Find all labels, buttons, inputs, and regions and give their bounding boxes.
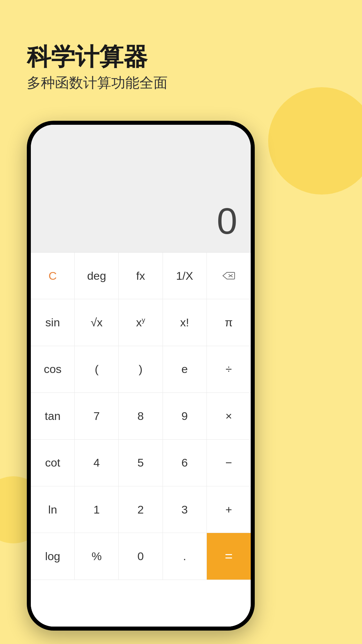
ln-button[interactable]: ln [31,486,75,533]
tan-button[interactable]: tan [31,393,75,439]
cot-button[interactable]: cot [31,440,75,486]
sin-button[interactable]: sin [31,299,75,346]
three-button[interactable]: 3 [163,486,207,533]
equals-button[interactable]: = [207,533,251,580]
factorial-button[interactable]: x! [163,299,207,346]
nine-button[interactable]: 9 [163,393,207,439]
header-title: 科学计算器 [27,44,168,70]
eight-button[interactable]: 8 [119,393,163,439]
close-paren-button[interactable]: ) [119,346,163,393]
deg-button[interactable]: deg [75,253,119,299]
reciprocal-button[interactable]: 1/X [163,253,207,299]
header: 科学计算器 多种函数计算功能全面 [27,44,168,92]
display-value: 0 [217,200,237,242]
four-button[interactable]: 4 [75,440,119,486]
backspace-button[interactable] [207,253,251,299]
two-button[interactable]: 2 [119,486,163,533]
percent-button[interactable]: % [75,533,119,580]
log-button[interactable]: log [31,533,75,580]
display-area: 0 [31,125,251,252]
one-button[interactable]: 1 [75,486,119,533]
open-paren-button[interactable]: ( [75,346,119,393]
multiply-button[interactable]: × [207,393,251,439]
clear-button[interactable]: C [31,253,75,299]
sqrt-button[interactable]: √x [75,299,119,346]
euler-button[interactable]: e [163,346,207,393]
phone-inner: 0 C deg fx 1/X sin √x xy x! π cos ( [31,125,251,627]
five-button[interactable]: 5 [119,440,163,486]
power-button[interactable]: xy [119,299,163,346]
seven-button[interactable]: 7 [75,393,119,439]
zero-button[interactable]: 0 [119,533,163,580]
six-button[interactable]: 6 [163,440,207,486]
cos-button[interactable]: cos [31,346,75,393]
header-subtitle: 多种函数计算功能全面 [27,73,168,92]
phone-frame: 0 C deg fx 1/X sin √x xy x! π cos ( [27,121,255,631]
divide-button[interactable]: ÷ [207,346,251,393]
fx-button[interactable]: fx [119,253,163,299]
pi-button[interactable]: π [207,299,251,346]
keypad: C deg fx 1/X sin √x xy x! π cos ( ) e ÷ [31,252,251,627]
add-button[interactable]: + [207,486,251,533]
decimal-button[interactable]: . [163,533,207,580]
subtract-button[interactable]: − [207,440,251,486]
